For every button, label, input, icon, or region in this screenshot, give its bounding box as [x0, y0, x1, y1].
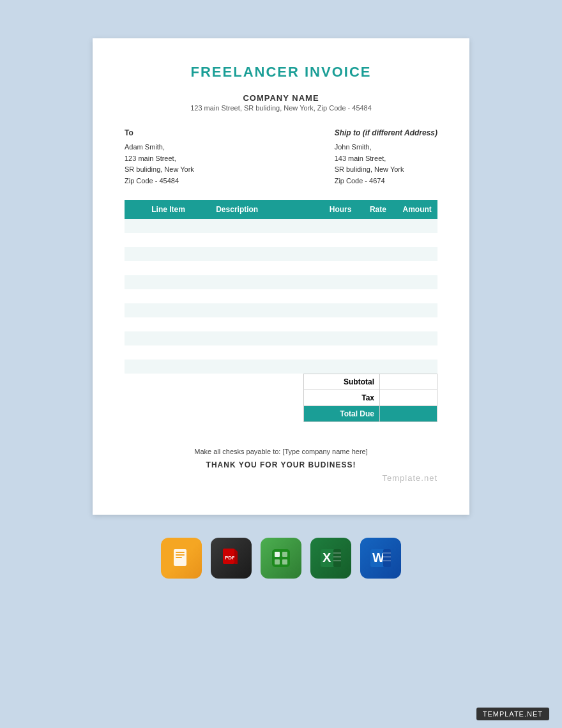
- cell-8-1: [212, 331, 322, 345]
- cell-10-2: [322, 360, 360, 374]
- cell-2-3: [359, 247, 397, 261]
- table-row: [125, 360, 437, 374]
- col-rate: Rate: [359, 200, 397, 219]
- cell-8-0: [125, 331, 212, 345]
- cell-1-4: [397, 233, 437, 247]
- cell-9-4: [397, 345, 437, 360]
- cell-2-4: [397, 247, 437, 261]
- cell-1-1: [212, 233, 322, 247]
- cell-0-1: [212, 219, 322, 233]
- cell-4-4: [397, 275, 437, 289]
- cell-3-4: [397, 261, 437, 275]
- cell-4-1: [212, 275, 322, 289]
- svg-text:X: X: [323, 550, 331, 565]
- ship-to-line-4: Zip Code - 4674: [335, 176, 437, 187]
- cell-3-3: [359, 261, 397, 275]
- tax-label: Tax: [304, 390, 380, 406]
- cell-2-1: [212, 247, 322, 261]
- invoice-table: Line Item Description Hours Rate Amount: [125, 200, 437, 374]
- cell-5-2: [322, 289, 360, 303]
- totals-wrapper: Subtotal Tax Total Due: [125, 374, 437, 422]
- pdf-icon[interactable]: PDF: [211, 538, 252, 579]
- cell-8-3: [359, 331, 397, 345]
- cell-9-1: [212, 345, 322, 360]
- subtotal-label: Subtotal: [304, 374, 380, 390]
- pages-svg-icon: [170, 547, 193, 570]
- cell-4-3: [359, 275, 397, 289]
- col-description: Description: [212, 200, 322, 219]
- table-row: [125, 261, 437, 275]
- bill-to-block: To Adam Smith, 123 main Street, SR bulid…: [125, 127, 194, 187]
- cell-1-2: [322, 233, 360, 247]
- template-watermark: Template.net: [125, 473, 437, 483]
- cell-0-4: [397, 219, 437, 233]
- svg-rect-6: [272, 549, 290, 567]
- cell-6-4: [397, 303, 437, 317]
- ship-to-block: Ship to (if different Address) John Smit…: [335, 127, 437, 187]
- total-due-row: Total Due: [304, 406, 437, 421]
- company-address: 123 main Street, SR buliding, New York, …: [125, 104, 437, 112]
- cell-10-0: [125, 360, 212, 374]
- word-svg-icon: W: [369, 547, 392, 570]
- bill-to-line-1: Adam Smith,: [125, 142, 194, 153]
- cell-3-0: [125, 261, 212, 275]
- cell-1-3: [359, 233, 397, 247]
- cell-10-1: [212, 360, 322, 374]
- pages-icon[interactable]: [161, 538, 202, 579]
- word-icon[interactable]: W: [360, 538, 401, 579]
- svg-rect-2: [176, 554, 185, 556]
- app-icons-bar: PDF X W: [161, 538, 401, 579]
- svg-rect-13: [333, 549, 341, 567]
- cell-5-1: [212, 289, 322, 303]
- cell-3-1: [212, 261, 322, 275]
- bill-to-line-3: SR buliding, New York: [125, 164, 194, 176]
- tax-row: Tax: [304, 390, 437, 406]
- excel-svg-icon: X: [319, 547, 342, 570]
- cell-7-3: [359, 317, 397, 331]
- cell-4-2: [322, 275, 360, 289]
- col-amount: Amount: [397, 200, 437, 219]
- svg-rect-1: [176, 552, 185, 553]
- bill-to-label: To: [125, 127, 194, 139]
- invoice-title: FREELANCER INVOICE: [125, 64, 437, 80]
- total-due-value: [380, 406, 437, 421]
- cell-8-2: [322, 331, 360, 345]
- ship-to-line-2: 143 main Street,: [335, 153, 437, 165]
- company-name: COMPANY NAME: [125, 93, 437, 103]
- invoice-table-container: Line Item Description Hours Rate Amount …: [125, 200, 437, 422]
- excel-icon[interactable]: X: [310, 538, 351, 579]
- table-row: [125, 289, 437, 303]
- tax-value: [380, 390, 437, 406]
- template-net-bar: TEMPLATE.NET: [476, 708, 549, 720]
- table-row: [125, 345, 437, 360]
- ship-to-line-1: John Smith,: [335, 142, 437, 153]
- table-row: [125, 247, 437, 261]
- pdf-svg-icon: PDF: [220, 547, 243, 570]
- invoice-document: FREELANCER INVOICE COMPANY NAME 123 main…: [93, 38, 469, 515]
- cell-5-4: [397, 289, 437, 303]
- cell-7-0: [125, 317, 212, 331]
- table-row: [125, 303, 437, 317]
- bill-to-line-4: Zip Code - 45484: [125, 176, 194, 187]
- col-hours: Hours: [322, 200, 360, 219]
- company-block: COMPANY NAME 123 main Street, SR bulidin…: [125, 93, 437, 112]
- table-header-row: Line Item Description Hours Rate Amount: [125, 200, 437, 219]
- total-due-label: Total Due: [304, 406, 380, 421]
- cell-7-4: [397, 317, 437, 331]
- address-section: To Adam Smith, 123 main Street, SR bulid…: [125, 127, 437, 187]
- svg-text:PDF: PDF: [225, 555, 235, 561]
- table-row: [125, 233, 437, 247]
- footer-payable: Make all chesks payable to: [Type compan…: [125, 448, 437, 455]
- svg-rect-9: [275, 559, 280, 565]
- ship-to-label: Ship to (if different Address): [335, 127, 437, 139]
- subtotal-value: [380, 374, 437, 390]
- cell-5-0: [125, 289, 212, 303]
- cell-9-0: [125, 345, 212, 360]
- ship-to-line-3: SR buliding, New York: [335, 164, 437, 176]
- cell-10-3: [359, 360, 397, 374]
- cell-6-0: [125, 303, 212, 317]
- numbers-icon[interactable]: [261, 538, 301, 579]
- cell-1-0: [125, 233, 212, 247]
- table-row: [125, 219, 437, 233]
- cell-0-0: [125, 219, 212, 233]
